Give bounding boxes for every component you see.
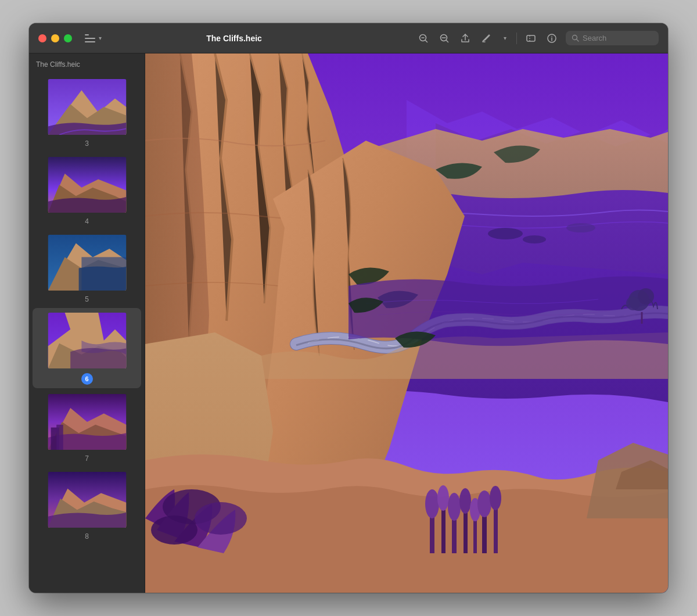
app-window: ▾ The Cliffs.heic bbox=[29, 23, 668, 593]
svg-point-58 bbox=[490, 486, 501, 510]
svg-point-56 bbox=[477, 490, 491, 517]
thumbnail-number-8: 8 bbox=[85, 532, 89, 540]
svg-point-50 bbox=[448, 493, 461, 521]
toolbar-divider bbox=[516, 33, 517, 44]
info-button[interactable] bbox=[542, 29, 561, 48]
window-title: The Cliffs.heic bbox=[54, 34, 414, 43]
markup-button[interactable] bbox=[477, 29, 495, 48]
svg-point-40 bbox=[566, 223, 595, 232]
svg-point-10 bbox=[551, 35, 552, 37]
svg-point-38 bbox=[488, 228, 523, 239]
zoom-out-button[interactable] bbox=[435, 29, 454, 48]
thumbnail-item-3[interactable]: 3 bbox=[33, 74, 141, 151]
markup-icon bbox=[481, 33, 491, 44]
sidebar-file-title: The Cliffs.heic bbox=[29, 53, 145, 73]
zoom-out-icon bbox=[439, 33, 450, 44]
svg-rect-30 bbox=[56, 425, 63, 450]
svg-rect-7 bbox=[527, 35, 535, 41]
thumbnail-image-3 bbox=[46, 78, 128, 136]
thumbnail-image-6 bbox=[46, 311, 128, 370]
thumbnail-item-7[interactable]: 7 bbox=[33, 389, 141, 466]
thumbnail-image-7 bbox=[46, 393, 128, 451]
svg-point-66 bbox=[195, 502, 247, 535]
main-image bbox=[145, 53, 668, 593]
svg-point-46 bbox=[425, 489, 439, 518]
thumbnail-number-4: 4 bbox=[85, 217, 89, 225]
svg-line-2 bbox=[426, 40, 427, 42]
thumbnail-item-8[interactable]: 8 bbox=[33, 467, 141, 544]
svg-point-39 bbox=[523, 235, 546, 243]
thumbnail-item-4[interactable]: 4 bbox=[33, 152, 141, 229]
svg-line-5 bbox=[447, 40, 448, 42]
thumbnail-image-4 bbox=[46, 156, 128, 214]
search-input[interactable] bbox=[583, 34, 652, 42]
chevron-icon: ▾ bbox=[504, 35, 506, 41]
svg-point-67 bbox=[151, 515, 197, 545]
thumbnail-number-6: 6 bbox=[81, 373, 93, 385]
svg-point-52 bbox=[459, 488, 471, 514]
zoom-in-icon bbox=[418, 33, 429, 44]
thumbnail-number-3: 3 bbox=[85, 139, 89, 148]
info-icon bbox=[547, 33, 557, 44]
search-icon bbox=[572, 34, 579, 42]
toolbar-actions: ▾ bbox=[414, 29, 561, 48]
thumbnail-image-8 bbox=[46, 471, 128, 529]
thumbnail-number-7: 7 bbox=[85, 454, 89, 463]
main-image-container bbox=[145, 53, 668, 593]
share-icon bbox=[460, 33, 470, 44]
titlebar: ▾ The Cliffs.heic bbox=[29, 23, 668, 53]
window-button[interactable] bbox=[522, 29, 540, 48]
thumbnail-image-5 bbox=[46, 234, 128, 292]
share-button[interactable] bbox=[456, 29, 475, 48]
zoom-in-button[interactable] bbox=[414, 29, 433, 48]
markup-chevron-button[interactable]: ▾ bbox=[498, 29, 512, 48]
thumbnail-item-5[interactable]: 5 bbox=[33, 230, 141, 307]
svg-line-12 bbox=[577, 40, 579, 42]
main-content: The Cliffs.heic bbox=[29, 53, 668, 593]
sidebar: The Cliffs.heic bbox=[29, 53, 145, 593]
close-button[interactable] bbox=[38, 34, 46, 42]
image-area bbox=[145, 53, 668, 593]
thumbnail-item-6[interactable]: 6 bbox=[33, 308, 141, 388]
window-icon bbox=[526, 33, 536, 44]
search-bar[interactable] bbox=[566, 31, 659, 45]
svg-point-48 bbox=[437, 485, 449, 511]
thumbnail-number-5: 5 bbox=[85, 295, 89, 303]
